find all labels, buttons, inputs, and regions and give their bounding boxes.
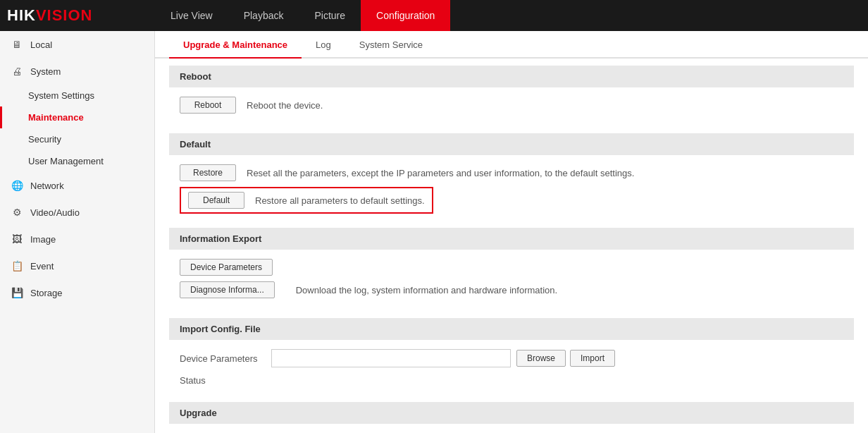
system-icon: 🖨 (11, 65, 23, 78)
sidebar-label-image: Image (30, 234, 56, 245)
upgrade-section: Upgrade Firmware Browse Upgrade Status N… (169, 402, 854, 433)
nav-live-view[interactable]: Live View (155, 0, 228, 31)
content-body: Reboot Reboot Reboot the device. Default… (155, 59, 868, 433)
top-navigation: HIKVISION Live View Playback Picture Con… (0, 0, 868, 31)
sidebar-sub-user-management[interactable]: User Management (0, 150, 154, 172)
device-parameters-button[interactable]: Device Parameters (180, 259, 273, 276)
sidebar-label-storage: Storage (30, 288, 63, 298)
sidebar-item-local[interactable]: 🖥 Local (0, 31, 154, 58)
device-params-row: Device Parameters (180, 259, 843, 276)
tab-upgrade-maintenance[interactable]: Upgrade & Maintenance (169, 31, 302, 59)
network-icon: 🌐 (11, 179, 23, 192)
sidebar: 🖥 Local 🖨 System System Settings Mainten… (0, 31, 155, 433)
sidebar-item-video-audio[interactable]: ⚙ Video/Audio (0, 199, 154, 226)
event-icon: 📋 (11, 260, 23, 272)
restore-description: Reset all the parameters, except the IP … (247, 168, 634, 178)
information-export-body: Device Parameters Diagnose Informa... Do… (169, 255, 854, 311)
restore-button[interactable]: Restore (180, 164, 236, 181)
reboot-button[interactable]: Reboot (180, 97, 236, 114)
sidebar-sub-maintenance[interactable]: Maintenance (0, 106, 154, 128)
default-description: Restore all parameters to default settin… (255, 195, 425, 206)
sidebar-label-video-audio: Video/Audio (30, 207, 80, 218)
sidebar-sub-system-settings[interactable]: System Settings (0, 85, 154, 106)
sidebar-item-storage[interactable]: 💾 Storage (0, 279, 154, 306)
sidebar-label-network: Network (30, 181, 64, 191)
main-layout: 🖥 Local 🖨 System System Settings Mainten… (0, 31, 868, 433)
sidebar-label-system: System (30, 66, 61, 77)
nav-playback[interactable]: Playback (228, 0, 299, 31)
information-export-section: Information Export Device Parameters Dia… (169, 228, 854, 311)
default-section: Default Restore Reset all the parameters… (169, 133, 854, 221)
sidebar-item-event[interactable]: 📋 Event (0, 252, 154, 279)
reboot-section: Reboot Reboot Reboot the device. (169, 66, 854, 126)
import-device-params-label: Device Parameters (180, 353, 271, 364)
default-highlighted-row: Default Restore all parameters to defaul… (180, 187, 433, 214)
tab-bar: Upgrade & Maintenance Log System Service (155, 31, 868, 59)
nav-items: Live View Playback Picture Configuration (155, 0, 450, 31)
import-browse-button[interactable]: Browse (516, 350, 566, 367)
upgrade-header: Upgrade (169, 402, 854, 424)
import-device-params-input[interactable] (271, 349, 511, 367)
storage-icon: 💾 (11, 286, 23, 299)
import-status: Status (180, 373, 843, 388)
information-export-header: Information Export (169, 228, 854, 250)
sidebar-item-network[interactable]: 🌐 Network (0, 172, 154, 199)
import-config-body: Device Parameters Browse Import Status (169, 346, 854, 395)
reboot-row: Reboot Reboot the device. (180, 97, 843, 114)
diagnose-description: Download the log, system information and… (296, 285, 557, 295)
sidebar-label-local: Local (30, 39, 52, 50)
default-button[interactable]: Default (188, 192, 244, 209)
import-button[interactable]: Import (570, 350, 615, 367)
tab-system-service[interactable]: System Service (345, 31, 437, 59)
import-config-section: Import Config. File Device Parameters Br… (169, 318, 854, 395)
import-device-params-row: Device Parameters Browse Import (180, 349, 843, 367)
default-header: Default (169, 133, 854, 155)
image-icon: 🖼 (11, 233, 23, 245)
video-audio-icon: ⚙ (11, 206, 23, 219)
sidebar-label-event: Event (30, 261, 54, 272)
diagnose-button[interactable]: Diagnose Informa... (180, 281, 275, 298)
logo: HIKVISION (0, 6, 155, 25)
nav-configuration[interactable]: Configuration (361, 0, 450, 31)
reboot-body: Reboot Reboot the device. (169, 93, 854, 126)
reboot-header: Reboot (169, 66, 854, 87)
local-icon: 🖥 (11, 38, 23, 51)
restore-row: Restore Reset all the parameters, except… (180, 164, 843, 181)
nav-picture[interactable]: Picture (299, 0, 361, 31)
upgrade-body: Firmware Browse Upgrade Status Note: Not… (169, 429, 854, 433)
sidebar-item-image[interactable]: 🖼 Image (0, 226, 154, 252)
logo-text: HIKVISION (7, 6, 92, 25)
reboot-description: Reboot the device. (247, 100, 323, 111)
sidebar-item-system[interactable]: 🖨 System (0, 58, 154, 85)
logo-hik: HIK (7, 6, 36, 24)
tab-log[interactable]: Log (302, 31, 345, 59)
content-area: Upgrade & Maintenance Log System Service… (155, 31, 868, 433)
diagnose-row: Diagnose Informa... Download the log, sy… (180, 281, 843, 298)
sidebar-sub-security[interactable]: Security (0, 128, 154, 150)
import-config-header: Import Config. File (169, 318, 854, 340)
default-body: Restore Reset all the parameters, except… (169, 161, 854, 221)
